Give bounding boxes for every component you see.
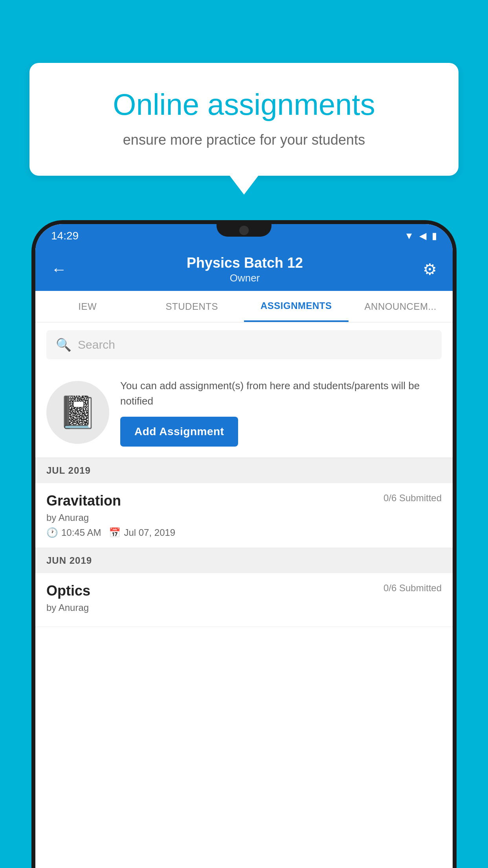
app-bar-subtitle: Owner — [187, 272, 303, 284]
back-button[interactable]: ← — [51, 261, 67, 278]
promo-icon-circle: 📓 — [46, 381, 109, 444]
assignment-submitted-gravitation: 0/6 Submitted — [383, 493, 442, 504]
promo-content: You can add assignment(s) from here and … — [120, 378, 442, 447]
add-assignment-button[interactable]: Add Assignment — [120, 417, 238, 447]
calendar-icon: 📅 — [109, 527, 121, 538]
add-assignment-promo: 📓 You can add assignment(s) from here an… — [35, 367, 453, 458]
section-header-jun: JUN 2019 — [35, 548, 453, 573]
search-container: 🔍 Search — [35, 322, 453, 367]
search-bar[interactable]: 🔍 Search — [46, 330, 442, 359]
assignment-title-gravitation: Gravitation — [46, 493, 121, 509]
tab-iew[interactable]: IEW — [35, 291, 140, 322]
assignment-time-gravitation: 🕐 10:45 AM — [46, 527, 101, 538]
tab-students[interactable]: STUDENTS — [140, 291, 244, 322]
search-placeholder: Search — [78, 338, 115, 351]
tab-announcements[interactable]: ANNOUNCEM... — [349, 291, 453, 322]
section-header-jul: JUL 2019 — [35, 458, 453, 483]
promo-text: You can add assignment(s) from here and … — [120, 378, 442, 409]
app-bar-title: Physics Batch 12 — [187, 255, 303, 271]
status-time: 14:29 — [51, 230, 79, 242]
speech-bubble-subtitle: ensure more practice for your students — [57, 132, 431, 148]
tab-assignments[interactable]: ASSIGNMENTS — [244, 291, 349, 322]
phone-inner: 14:29 ▼ ◀ ▮ ← Physics Batch 12 Owner ⚙ I… — [35, 224, 453, 868]
signal-icon: ◀ — [419, 230, 426, 241]
wifi-icon: ▼ — [404, 230, 414, 241]
assignment-item-optics[interactable]: Optics 0/6 Submitted by Anurag — [35, 573, 453, 627]
phone-notch — [216, 220, 272, 237]
assignment-date-gravitation: 📅 Jul 07, 2019 — [109, 527, 175, 538]
assignment-icon: 📓 — [58, 394, 97, 431]
screen-content: 🔍 Search 📓 You can add assignment(s) fro… — [35, 322, 453, 868]
speech-bubble-container: Online assignments ensure more practice … — [29, 63, 459, 176]
speech-bubble: Online assignments ensure more practice … — [29, 63, 459, 176]
assignment-item-gravitation[interactable]: Gravitation 0/6 Submitted by Anurag 🕐 10… — [35, 483, 453, 548]
app-bar-title-container: Physics Batch 12 Owner — [187, 255, 303, 284]
phone-camera — [239, 226, 249, 235]
app-bar: ← Physics Batch 12 Owner ⚙ — [35, 248, 453, 291]
assignment-by-optics: by Anurag — [46, 602, 442, 613]
tab-bar: IEW STUDENTS ASSIGNMENTS ANNOUNCEM... — [35, 291, 453, 322]
search-icon: 🔍 — [56, 337, 72, 352]
assignment-meta-gravitation: 🕐 10:45 AM 📅 Jul 07, 2019 — [46, 527, 442, 538]
settings-icon[interactable]: ⚙ — [423, 260, 437, 278]
status-icons: ▼ ◀ ▮ — [404, 230, 437, 241]
assignment-by-gravitation: by Anurag — [46, 512, 442, 523]
phone-frame: 14:29 ▼ ◀ ▮ ← Physics Batch 12 Owner ⚙ I… — [31, 220, 457, 868]
speech-bubble-title: Online assignments — [57, 86, 431, 122]
clock-icon: 🕐 — [46, 527, 58, 538]
assignment-submitted-optics: 0/6 Submitted — [383, 583, 442, 594]
assignment-row1-optics: Optics 0/6 Submitted — [46, 583, 442, 599]
battery-icon: ▮ — [432, 230, 437, 241]
assignment-title-optics: Optics — [46, 583, 90, 599]
assignment-row1: Gravitation 0/6 Submitted — [46, 493, 442, 509]
